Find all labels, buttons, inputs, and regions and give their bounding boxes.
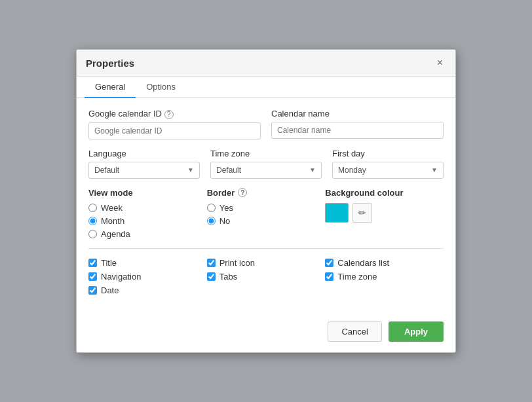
checkbox-col1: Title Navigation Date: [88, 258, 207, 295]
checkbox-date-input[interactable]: [88, 286, 97, 295]
calendar-name-input[interactable]: [271, 122, 444, 139]
close-button[interactable]: ×: [434, 56, 446, 69]
timezone-label: Time zone: [210, 149, 322, 158]
timezone-select[interactable]: Default ▼: [210, 162, 322, 179]
border-no-radio[interactable]: [207, 217, 216, 225]
checkbox-time-zone[interactable]: Time zone: [325, 272, 444, 282]
checkbox-calendars-list-input[interactable]: [325, 259, 333, 267]
colour-edit-button[interactable]: ✏: [352, 203, 372, 223]
view-mode-radio-group: Week Month Agenda: [88, 203, 207, 239]
view-mode-week-radio[interactable]: [88, 204, 97, 212]
checkbox-navigation-input[interactable]: [88, 272, 97, 281]
view-border-bg-row: View mode Week Month Agenda: [88, 188, 444, 239]
border-section: Border ? Yes No: [207, 188, 326, 239]
language-select-arrow: ▼: [187, 166, 194, 174]
cancel-button[interactable]: Cancel: [328, 321, 381, 342]
checkbox-navigation[interactable]: Navigation: [88, 272, 207, 282]
checkbox-calendars-list[interactable]: Calendars list: [325, 258, 444, 268]
first-day-group: First day Monday ▼: [332, 149, 444, 179]
checkbox-tabs-input[interactable]: [207, 272, 216, 281]
calendar-name-label: Calendar name: [271, 109, 444, 119]
calendar-id-row: Google calendar ID ? uk__en_gb@holiday.c…: [88, 109, 444, 139]
view-mode-agenda[interactable]: Agenda: [88, 229, 207, 239]
checkbox-col2: Print icon Tabs: [207, 258, 326, 295]
language-label: Language: [88, 149, 200, 158]
apply-button[interactable]: Apply: [389, 321, 444, 342]
google-calendar-id-help-icon[interactable]: ?: [164, 110, 174, 119]
tab-general[interactable]: General: [85, 77, 136, 98]
calendar-name-group: Calendar name: [271, 109, 444, 139]
view-mode-agenda-radio[interactable]: [88, 230, 97, 238]
language-select[interactable]: Default ▼: [88, 162, 200, 179]
tab-options[interactable]: Options: [136, 77, 186, 98]
border-yes[interactable]: Yes: [207, 203, 326, 213]
view-mode-title: View mode: [88, 188, 207, 198]
modal-header: Properties ×: [77, 50, 455, 77]
first-day-label: First day: [332, 149, 444, 158]
border-title: Border ?: [207, 188, 326, 198]
checkbox-print-icon[interactable]: Print icon: [207, 258, 326, 268]
border-help-icon[interactable]: ?: [238, 188, 247, 197]
background-colour-title: Background colour: [325, 188, 444, 198]
border-yes-radio[interactable]: [207, 204, 216, 212]
modal-body: Google calendar ID ? uk__en_gb@holiday.c…: [77, 98, 455, 315]
language-group: Language Default ▼: [88, 149, 200, 179]
google-calendar-id-group: Google calendar ID ? uk__en_gb@holiday.c…: [88, 109, 261, 139]
view-mode-month-radio[interactable]: [88, 217, 97, 225]
tab-bar: General Options: [77, 77, 455, 98]
first-day-select[interactable]: Monday ▼: [332, 162, 444, 179]
selects-row: Language Default ▼ Time zone Default ▼ F…: [88, 149, 444, 179]
modal-title: Properties: [86, 58, 134, 69]
pencil-icon: ✏: [358, 208, 366, 218]
bg-colour-swatch: ✏: [325, 203, 444, 223]
timezone-select-arrow: ▼: [309, 166, 316, 174]
checkbox-title-input[interactable]: [88, 259, 97, 267]
border-radio-group: Yes No: [207, 203, 326, 226]
view-mode-month[interactable]: Month: [88, 216, 207, 226]
timezone-group: Time zone Default ▼: [210, 149, 322, 179]
colour-box[interactable]: [325, 203, 349, 223]
checkbox-date[interactable]: Date: [88, 285, 207, 295]
view-mode-week[interactable]: Week: [88, 203, 207, 213]
checkbox-tabs[interactable]: Tabs: [207, 272, 326, 282]
checkbox-time-zone-input[interactable]: [325, 272, 333, 281]
properties-modal: Properties × General Options Google cale…: [76, 49, 456, 353]
first-day-select-arrow: ▼: [431, 166, 438, 174]
checkboxes-row: Title Navigation Date Print ico: [88, 258, 444, 295]
view-mode-section: View mode Week Month Agenda: [88, 188, 207, 239]
checkbox-title[interactable]: Title: [88, 258, 207, 268]
google-calendar-id-input[interactable]: uk__en_gb@holiday.calendar.google.com: [88, 122, 261, 139]
google-calendar-id-label: Google calendar ID ?: [88, 109, 261, 119]
background-colour-section: Background colour ✏: [325, 188, 444, 239]
border-no[interactable]: No: [207, 216, 326, 226]
modal-footer: Cancel Apply: [77, 315, 455, 352]
checkbox-col3: Calendars list Time zone: [325, 258, 444, 295]
checkbox-print-icon-input[interactable]: [207, 259, 216, 267]
